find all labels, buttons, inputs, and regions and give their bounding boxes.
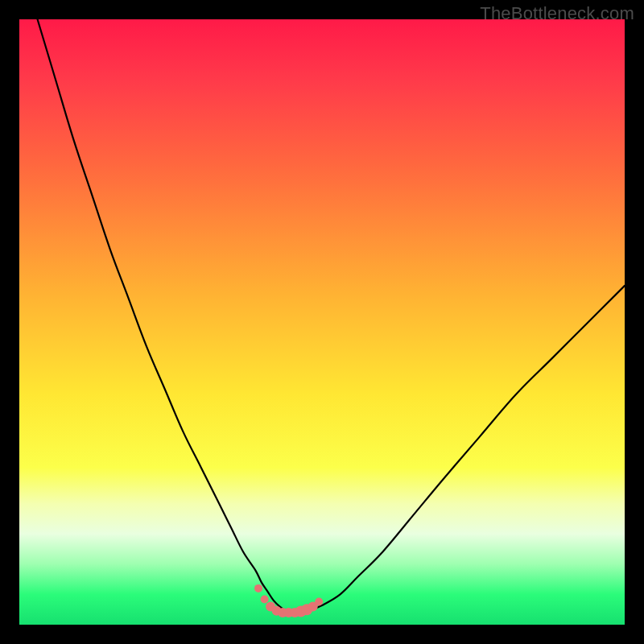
bottleneck-curve — [38, 19, 625, 613]
marker-dot — [261, 595, 269, 603]
bottom-markers-group — [254, 584, 323, 617]
plot-area — [19, 19, 625, 625]
marker-dot — [315, 597, 323, 605]
marker-dot — [254, 584, 262, 592]
bottleneck-chart-svg — [19, 19, 625, 625]
chart-frame: TheBottleneck.com — [0, 0, 644, 644]
